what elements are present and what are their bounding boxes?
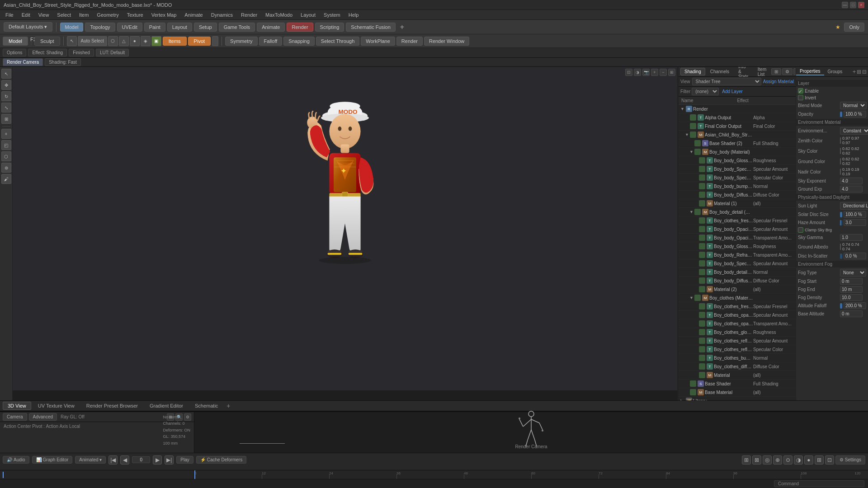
anim-icon6[interactable]: ◑ [794, 455, 803, 465]
clamp-checkbox[interactable] [798, 227, 803, 233]
tree-item-boy-body[interactable]: ▼ M Boy_body (Material) [679, 148, 796, 156]
menu-render[interactable]: Render [237, 11, 261, 19]
menu-layout[interactable]: Layout [297, 11, 319, 19]
shading-fast-tab[interactable]: Shading: Fast [45, 58, 81, 66]
zenith-color-swatch[interactable] [840, 137, 841, 144]
prev-frame-button[interactable]: |◀ [108, 455, 118, 465]
tool-move[interactable]: ✥ [1, 80, 11, 90]
frame-icon[interactable]: ⊞ [668, 69, 675, 76]
vis-icon[interactable] [699, 320, 705, 327]
tree-item-clothes-fresnel[interactable]: T Boy_clothes_fresnel Specular Fresnel [679, 216, 796, 225]
menu-item[interactable]: Item [75, 11, 92, 19]
tab-schematic[interactable]: Schematic [190, 402, 223, 410]
assign-material-button[interactable]: Assign Material [763, 79, 794, 84]
select-through-button[interactable]: Select Through [316, 37, 359, 46]
tree-item-material1[interactable]: M Material (1) (all) [679, 199, 796, 208]
groups-tab[interactable]: Groups [824, 68, 846, 75]
timeline[interactable]: 0 12 24 36 48 60 72 84 96 108 [0, 470, 868, 479]
vis-icon[interactable] [690, 389, 696, 395]
menu-vertex-map[interactable]: Vertex Map [148, 11, 180, 19]
enable-checkbox[interactable]: ✓ [798, 88, 803, 94]
tab-uv-texture[interactable]: UV Texture View [33, 402, 80, 410]
pivot-button[interactable]: Pivot [188, 37, 211, 46]
alt-falloff-value[interactable]: 200.0 % [844, 302, 866, 309]
fog-start-value[interactable]: 0 m [840, 278, 863, 285]
tree-item-material2[interactable]: M Material (2) (all) [679, 285, 796, 294]
filter-select[interactable]: (none) [692, 88, 719, 95]
back-frame-button[interactable]: ◀ [120, 455, 129, 465]
falloff-button[interactable]: Falloff [259, 37, 283, 46]
items-button[interactable]: Items [163, 37, 187, 46]
shading-icon[interactable]: ◑ [634, 69, 641, 76]
fog-type-select[interactable]: None [840, 269, 866, 277]
sky-exp-value[interactable]: 4.0 [840, 178, 863, 184]
blend-mode-select[interactable]: Normal [840, 102, 867, 109]
menu-animate[interactable]: Animate [181, 11, 206, 19]
vis-icon[interactable] [699, 200, 705, 206]
vis-icon[interactable] [699, 174, 705, 181]
channels-tab[interactable]: Channels [706, 68, 733, 75]
tab-render[interactable]: Render [287, 23, 313, 32]
tool2[interactable]: △ [119, 36, 129, 46]
tool1[interactable]: ⬡ [108, 36, 118, 46]
anim-icon8[interactable]: ⊞ [815, 455, 824, 465]
tree-item-body-detail[interactable]: ▼ M Boy_body_detail (Material) [679, 208, 796, 216]
tree-item-clothes-bump[interactable]: T Boy_clothes_bump_ba... Normal [679, 354, 796, 362]
star-icon[interactable]: ★ [835, 24, 840, 30]
nadir-color-swatch[interactable] [840, 169, 841, 175]
render-button[interactable]: Render [396, 37, 423, 46]
tab-render-preset[interactable]: Render Preset Browser [81, 402, 143, 410]
collapse-property-button[interactable]: ⊟ [862, 69, 867, 75]
tree-item-render[interactable]: ▼ R Render [679, 105, 796, 113]
close-button[interactable]: × [858, 2, 864, 8]
vis-icon[interactable] [699, 303, 705, 310]
vis-icon[interactable] [699, 372, 705, 378]
animated-dropdown[interactable]: Animated ▾ [75, 456, 106, 464]
3d-viewport[interactable]: MODO [13, 67, 678, 400]
anim-icon3[interactable]: ◎ [763, 455, 772, 465]
tree-item-body-diff2[interactable]: T Boy_body_Diffuse (Im... Diffuse Color [679, 277, 796, 285]
finished-tab[interactable]: Finished [69, 49, 94, 56]
base-alt-value[interactable]: 0 m [840, 310, 863, 317]
vis-icon[interactable] [699, 166, 705, 172]
tool-paint[interactable]: 🖌 [1, 174, 11, 184]
sky-gamma-value[interactable]: 1.0 [840, 234, 863, 241]
anim-icon1[interactable]: ⊞ [742, 455, 751, 465]
add-property-button[interactable]: + [853, 69, 856, 75]
tree-item-base-shader[interactable]: S Base Shader Full Shading [679, 380, 796, 388]
tool-loop[interactable]: ⊚ [1, 163, 11, 173]
tree-item-boy-clothes[interactable]: ▼ M Boy_clothes (Material) [679, 294, 796, 302]
anim-icon9[interactable]: ⊡ [825, 455, 834, 465]
auto-select-button[interactable]: Auto Select [78, 36, 107, 46]
tree-item-body-specular1[interactable]: T Boy_body_Specular Specular Amount [679, 165, 796, 174]
menu-system[interactable]: System [320, 11, 344, 19]
tree-item-clothes-refl1[interactable]: T Boy_clothes_reflection... Specular Amo… [679, 337, 796, 345]
vis-icon[interactable] [699, 217, 705, 224]
graph-editor-button[interactable]: 📊 Graph Editor [32, 456, 73, 464]
vis-icon[interactable] [699, 329, 705, 335]
tool-add[interactable]: + [1, 129, 11, 139]
tree-item-body-opacity1[interactable]: T Boy_body_Opacity (1) Specular Amount [679, 225, 796, 234]
work-plane-button[interactable]: WorkPlane [361, 37, 395, 46]
tree-item-clothes-opacity1[interactable]: T Boy_clothes_opacity Specular Amount [679, 311, 796, 319]
expand-panel-btn[interactable]: ⊞ [771, 68, 781, 75]
tree-item-body-opacity2[interactable]: T Boy_body_Opacity (1) Transparent Amo..… [679, 234, 796, 242]
alt-falloff-slider[interactable] [840, 303, 842, 309]
env-type-select[interactable]: Constant [840, 127, 868, 135]
disc-scatter-value[interactable]: 0.0 % [844, 253, 866, 259]
symmetry-button[interactable]: Symmetry [225, 37, 258, 46]
maximize-button[interactable]: □ [850, 2, 856, 8]
frame-input[interactable] [132, 456, 150, 463]
invert-checkbox[interactable] [798, 95, 803, 100]
opacity-value[interactable]: 100.0 % [844, 111, 866, 117]
tree-item-clothes-fresnel2[interactable]: T Boy_clothes_fresnel Specular Fresnel [679, 302, 796, 311]
vis-icon[interactable] [690, 380, 696, 387]
forward-frame-button[interactable]: ▶| [165, 455, 174, 465]
disc-scatter-slider[interactable] [840, 253, 842, 259]
tool5[interactable]: ▣ [151, 36, 161, 46]
tab-gradient-editor[interactable]: Gradient Editor [145, 402, 188, 410]
menu-file[interactable]: File [2, 11, 17, 19]
tool-select[interactable]: ↖ [1, 69, 11, 79]
anim-icon5[interactable]: ⊙ [783, 455, 793, 465]
tree-item-body-gloss2[interactable]: T Boy_body_Glossiness Roughness [679, 242, 796, 251]
